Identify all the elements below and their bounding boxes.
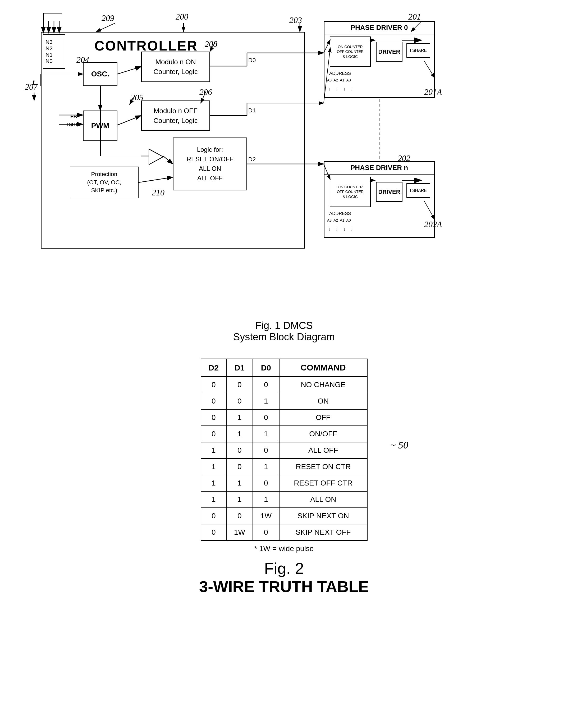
figure1-diagram: 209 200 203 201 204 208 207 206 205 202 … bbox=[20, 11, 548, 315]
address-arrows-n: ↓ ↓ ↓ ↓ bbox=[328, 227, 355, 232]
address-arrows-0: ↓ ↓ ↓ ↓ bbox=[328, 87, 355, 91]
cell-d0-row1: 1 bbox=[253, 393, 279, 409]
cell-d0-row2: 0 bbox=[253, 409, 279, 426]
phase-driver-0-title: PHASE DRIVER 0 bbox=[324, 21, 434, 34]
annot-207: 207 bbox=[25, 82, 38, 92]
table-row: 000NO CHANGE bbox=[201, 377, 367, 393]
cell-d2-row6: 1 bbox=[201, 475, 226, 491]
cell-d2-row1: 0 bbox=[201, 393, 226, 409]
cell-command-row4: ALL OFF bbox=[279, 442, 367, 459]
protection-label: Protection(OT, OV, OC,SKIP etc.) bbox=[87, 170, 121, 195]
table-row: 001WSKIP NEXT ON bbox=[201, 508, 367, 524]
cell-d1-row3: 1 bbox=[226, 426, 253, 442]
truth-table: D2 D1 D0 COMMAND 000NO CHANGE001ON010OFF… bbox=[201, 359, 368, 541]
cell-d1-row5: 0 bbox=[226, 459, 253, 475]
address-pins-0: A3 A2 A1 A0 bbox=[327, 78, 351, 82]
fig2-title-line2: 3-WIRE TRUTH TABLE bbox=[99, 578, 469, 596]
table-row: 010OFF bbox=[201, 409, 367, 426]
address-label-0: ADDRESS bbox=[329, 71, 351, 76]
address-label-n: ADDRESS bbox=[329, 211, 351, 216]
fig1-caption: Fig. 1 DMCS System Block Diagram bbox=[16, 320, 552, 343]
fig2-title-line1: Fig. 2 bbox=[99, 559, 469, 578]
cell-d1-row7: 1 bbox=[226, 491, 253, 508]
logic-reset-label: Logic for:RESET ON/OFFALL ONALL OFF bbox=[187, 145, 233, 183]
cell-d1-row1: 0 bbox=[226, 393, 253, 409]
phase-driver-0: PHASE DRIVER 0 ON COUNTEROFF COUNTER& LO… bbox=[324, 21, 435, 98]
fb-label: FB bbox=[70, 114, 77, 120]
protection-box: Protection(OT, OV, OC,SKIP etc.) bbox=[70, 167, 139, 198]
cell-d1-row0: 0 bbox=[226, 377, 253, 393]
pwm-box: PWM FB ISHR bbox=[83, 111, 117, 141]
annot-209: 209 bbox=[102, 13, 114, 23]
triangle-buffer bbox=[149, 148, 164, 167]
cell-d0-row6: 0 bbox=[253, 475, 279, 491]
svg-marker-0 bbox=[149, 149, 163, 165]
cell-command-row3: ON/OFF bbox=[279, 426, 367, 442]
cell-d2-row7: 1 bbox=[201, 491, 226, 508]
modulo-on-box: Modulo n ONCounter, Logic bbox=[141, 52, 210, 82]
modulo-off-box: Modulo n OFFCounter, Logic bbox=[141, 100, 210, 131]
ishr-label: ISHR bbox=[67, 122, 79, 127]
phase-driver-n: PHASE DRIVER n ON COUNTEROFF COUNTER& LO… bbox=[324, 161, 435, 238]
cell-command-row8: SKIP NEXT ON bbox=[279, 508, 367, 524]
cell-d2-row5: 1 bbox=[201, 459, 226, 475]
annot-200: 200 bbox=[176, 12, 188, 22]
table-row: 111ALL ON bbox=[201, 491, 367, 508]
cell-command-row1: ON bbox=[279, 393, 367, 409]
cell-d0-row3: 1 bbox=[253, 426, 279, 442]
inner-driver-n: DRIVER bbox=[376, 182, 402, 202]
cell-d2-row3: 0 bbox=[201, 426, 226, 442]
inner-ishare-0: I SHARE bbox=[406, 43, 430, 58]
table-row: 011ON/OFF bbox=[201, 426, 367, 442]
cell-d2-row9: 0 bbox=[201, 524, 226, 541]
cell-d1-row4: 0 bbox=[226, 442, 253, 459]
svg-line-10 bbox=[96, 23, 115, 32]
truth-table-note: * 1W = wide pulse bbox=[99, 544, 469, 553]
cell-d1-row2: 1 bbox=[226, 409, 253, 426]
cell-command-row0: NO CHANGE bbox=[279, 377, 367, 393]
figure2-container: D2 D1 D0 COMMAND 000NO CHANGE001ON010OFF… bbox=[99, 359, 469, 596]
inner-counter-n: ON COUNTEROFF COUNTER& LOGIC bbox=[330, 177, 371, 207]
cell-d1-row8: 0 bbox=[226, 508, 253, 524]
osc-label: OSC. bbox=[91, 70, 109, 78]
annot-201: 201 bbox=[408, 12, 421, 22]
header-d0: D0 bbox=[253, 359, 279, 377]
inner-driver-0: DRIVER bbox=[376, 42, 402, 62]
header-d2: D2 bbox=[201, 359, 226, 377]
cell-d0-row5: 1 bbox=[253, 459, 279, 475]
inner-counter-0: ON COUNTEROFF COUNTER& LOGIC bbox=[330, 36, 371, 67]
cell-d2-row4: 1 bbox=[201, 442, 226, 459]
phase-driver-n-title: PHASE DRIVER n bbox=[324, 162, 434, 175]
cell-d0-row7: 1 bbox=[253, 491, 279, 508]
cell-d2-row8: 0 bbox=[201, 508, 226, 524]
cell-command-row6: RESET OFF CTR bbox=[279, 475, 367, 491]
cell-d2-row0: 0 bbox=[201, 377, 226, 393]
annot-50: ~ 50 bbox=[390, 439, 408, 451]
page: 209 200 203 201 204 208 207 206 205 202 … bbox=[0, 0, 568, 728]
controller-label: CONTROLLER bbox=[94, 38, 198, 54]
pwm-label: PWM bbox=[91, 122, 109, 130]
cell-d0-row9: 0 bbox=[253, 524, 279, 541]
cell-d1-row9: 1W bbox=[226, 524, 253, 541]
cell-command-row5: RESET ON CTR bbox=[279, 459, 367, 475]
cell-d1-row6: 1 bbox=[226, 475, 253, 491]
cell-d0-row4: 0 bbox=[253, 442, 279, 459]
table-row: 100ALL OFF bbox=[201, 442, 367, 459]
cell-command-row7: ALL ON bbox=[279, 491, 367, 508]
cell-d0-row0: 0 bbox=[253, 377, 279, 393]
table-row: 01W0SKIP NEXT OFF bbox=[201, 524, 367, 541]
cell-d0-row8: 1W bbox=[253, 508, 279, 524]
annot-203: 203 bbox=[289, 15, 302, 25]
table-row: 110RESET OFF CTR bbox=[201, 475, 367, 491]
table-row: 001ON bbox=[201, 393, 367, 409]
header-d1: D1 bbox=[226, 359, 253, 377]
cell-command-row9: SKIP NEXT OFF bbox=[279, 524, 367, 541]
inner-ishare-n: I SHARE bbox=[406, 183, 430, 198]
header-command: COMMAND bbox=[279, 359, 367, 377]
table-row: 101RESET ON CTR bbox=[201, 459, 367, 475]
modulo-on-label: Modulo n ONCounter, Logic bbox=[153, 57, 198, 76]
input-pins-box: N3 N2 N1 N0 bbox=[43, 34, 65, 69]
osc-box: OSC. bbox=[83, 62, 117, 86]
cell-d2-row2: 0 bbox=[201, 409, 226, 426]
modulo-off-label: Modulo n OFFCounter, Logic bbox=[153, 106, 198, 125]
